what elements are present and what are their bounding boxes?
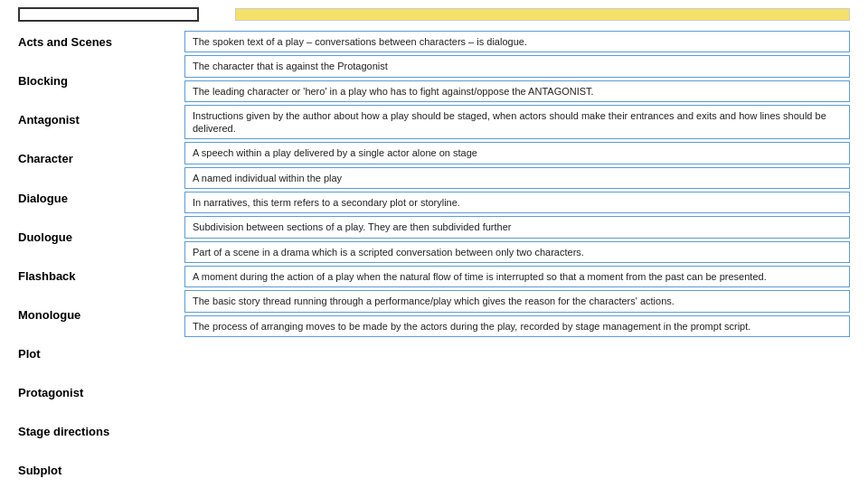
instruction-box <box>235 8 850 21</box>
page-wrapper: Acts and ScenesBlockingAntagonistCharact… <box>0 0 868 488</box>
definition-box-6[interactable]: In narratives, this term refers to a sec… <box>184 192 850 213</box>
left-column: Acts and ScenesBlockingAntagonistCharact… <box>18 31 163 481</box>
definition-box-3[interactable]: Instructions given by the author about h… <box>184 105 850 140</box>
left-item-8: Plot <box>18 344 163 364</box>
content-area: Acts and ScenesBlockingAntagonistCharact… <box>18 31 850 481</box>
left-item-2: Antagonist <box>18 110 163 130</box>
left-item-4: Dialogue <box>18 189 163 209</box>
definition-box-10[interactable]: The basic story thread running through a… <box>184 290 850 312</box>
page-title <box>18 7 199 22</box>
left-item-0: Acts and Scenes <box>18 33 163 52</box>
definition-box-4[interactable]: A speech within a play delivered by a si… <box>184 142 850 164</box>
definition-box-8[interactable]: Part of a scene in a drama which is a sc… <box>184 241 850 263</box>
left-item-6: Flashback <box>18 267 163 286</box>
left-item-11: Subplot <box>18 461 163 481</box>
definition-box-2[interactable]: The leading character or 'hero' in a pla… <box>184 80 850 102</box>
left-item-7: Monologue <box>18 305 163 325</box>
definition-box-11[interactable]: The process of arranging moves to be mad… <box>184 315 850 337</box>
definition-box-9[interactable]: A moment during the action of a play whe… <box>184 266 850 287</box>
definition-box-5[interactable]: A named individual within the play <box>184 167 850 189</box>
header-row <box>18 7 850 22</box>
definition-box-1[interactable]: The character that is against the Protag… <box>184 55 850 77</box>
left-item-5: Duologue <box>18 228 163 248</box>
definition-box-0[interactable]: The spoken text of a play – conversation… <box>184 31 850 52</box>
left-item-1: Blocking <box>18 71 163 91</box>
left-item-9: Protagonist <box>18 383 163 403</box>
right-column: The spoken text of a play – conversation… <box>184 31 850 481</box>
left-item-10: Stage directions <box>18 422 163 442</box>
left-item-3: Character <box>18 149 163 169</box>
definition-box-7[interactable]: Subdivision between sections of a play. … <box>184 216 850 238</box>
